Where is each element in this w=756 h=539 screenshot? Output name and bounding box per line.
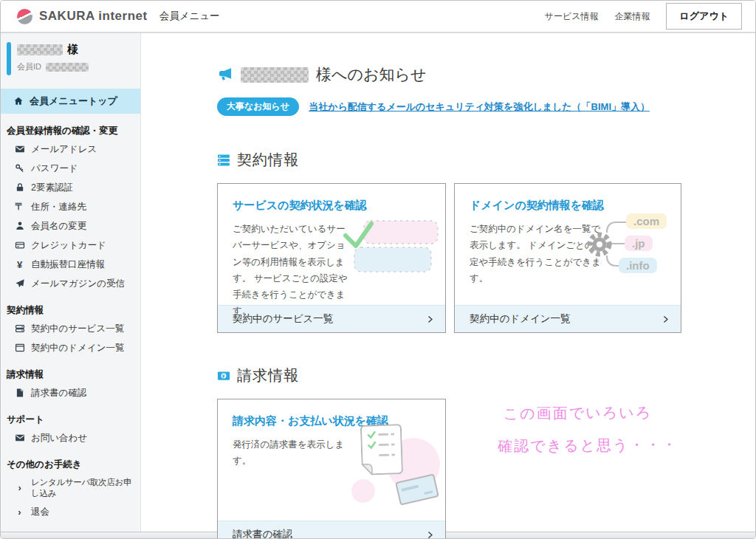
notice-user-name-redacted [241, 67, 309, 83]
sidebar-item-password[interactable]: パスワード [1, 159, 140, 178]
sidebar-item-member-menu-top[interactable]: 会員メニュートップ [1, 89, 140, 114]
paper-plane-icon [14, 278, 25, 289]
banknote-icon: ¥ [217, 369, 230, 382]
header: SAKURA internet 会員メニュー サービス情報 企業情報 ログアウト [1, 1, 755, 33]
section-heading-label: 請求情報 [237, 365, 299, 385]
lock-icon [14, 182, 25, 193]
service-illustration [323, 212, 441, 282]
domain-tag-com: .com [626, 213, 667, 229]
accent-bar [7, 42, 11, 75]
mail-icon [14, 433, 25, 444]
billing-section-heading: ¥ 請求情報 [217, 365, 755, 385]
sidebar-section-title: 請求情報 [1, 357, 140, 383]
sidebar-item-withdraw[interactable]: › 退会 [1, 502, 140, 521]
sidebar-item-address[interactable]: 〒 住所・連絡先 [1, 197, 140, 216]
invoice-icon [14, 388, 25, 399]
invoice-check-link[interactable]: 請求書の確認 [218, 521, 445, 539]
chevron-right-icon [425, 530, 435, 539]
home-icon [13, 96, 24, 107]
sidebar-item-domain-list[interactable]: 契約中のドメイン一覧 [1, 338, 140, 357]
sidebar-item-label: パスワード [31, 162, 78, 175]
notice-title: 様へのお知らせ [217, 64, 755, 85]
card-title: サービスの契約状況を確認 [233, 199, 430, 213]
person-icon [14, 221, 25, 232]
sidebar-item-reseller-apply[interactable]: › レンタルサーバ取次店お申し込み [1, 473, 140, 502]
handwritten-annotation: この画面でいろいろ 確認できると思う・・・ [498, 402, 678, 456]
user-name-suffix: 様 [67, 43, 78, 57]
sidebar-item-auto-transfer[interactable]: ¥ 自動振替口座情報 [1, 255, 140, 274]
sidebar-item-invoice-check[interactable]: 請求書の確認 [1, 383, 140, 402]
invoice-document-icon [360, 424, 403, 478]
chevron-right-icon: › [14, 507, 25, 518]
window-icon [14, 343, 25, 354]
domain-list-link[interactable]: 契約中のドメイン一覧 [455, 305, 681, 332]
app-window: SAKURA internet 会員メニュー サービス情報 企業情報 ログアウト… [0, 0, 756, 539]
postal-mark-icon: 〒 [14, 202, 25, 213]
sidebar-item-label: 契約中のドメイン一覧 [31, 342, 124, 354]
header-nav: サービス情報 企業情報 ログアウト [545, 3, 742, 30]
card-body-text: 発行済の請求書を表示します。 [233, 436, 354, 470]
sidebar-item-label: レンタルサーバ取次店お申し込み [31, 477, 136, 499]
sidebar-item-label: お問い合わせ [31, 432, 87, 444]
sidebar-item-mail-address[interactable]: メールアドレス [1, 140, 140, 159]
mail-icon [14, 144, 25, 155]
content: 様 会員ID 会員メニュートップ 会員登録情報の確認・変更 メールアドレス [1, 33, 755, 532]
server-stack-icon [217, 154, 230, 167]
sidebar-item-label: 会員名の変更 [31, 220, 86, 233]
service-contract-card: サービスの契約状況を確認 ご契約いただいているサーバーサービスや、オプション等の… [217, 183, 446, 333]
main-content: 様へのお知らせ 大事なお知らせ 当社から配信するメールのセキュリティ対策を強化し… [141, 33, 755, 532]
sidebar-section-title: その他のお手続き [1, 447, 140, 473]
sidebar: 様 会員ID 会員メニュートップ 会員登録情報の確認・変更 メールアドレス [1, 33, 141, 532]
sidebar-section-title: サポート [1, 402, 140, 428]
sakura-logo-icon [17, 9, 32, 24]
section-heading-label: 契約情報 [237, 150, 299, 170]
domain-tag-info: .info [619, 258, 657, 273]
sidebar-item-label: 住所・連絡先 [31, 201, 86, 213]
nav-service-info-link[interactable]: サービス情報 [545, 10, 599, 23]
megaphone-icon [217, 66, 233, 83]
billing-card: 請求内容・お支払い状況を確認 発行済の請求書を表示します。 [217, 399, 446, 539]
sidebar-item-member-name[interactable]: 会員名の変更 [1, 216, 140, 236]
domain-tag-jp: .jp [625, 236, 653, 251]
user-name-redacted [17, 44, 63, 55]
annotation-line-2: 確認できると思う・・・ [498, 435, 678, 456]
sidebar-item-label: 会員メニュートップ [30, 95, 117, 108]
sidebar-item-label: 2要素認証 [31, 182, 73, 194]
svg-text:¥: ¥ [221, 372, 225, 379]
member-id-redacted [46, 63, 89, 72]
nav-company-info-link[interactable]: 企業情報 [614, 10, 650, 23]
notice-title-text: 様へのお知らせ [316, 64, 426, 85]
contract-section-heading: 契約情報 [217, 150, 755, 170]
notice-row: 大事なお知らせ 当社から配信するメールのセキュリティ対策を強化しました（「BIM… [217, 97, 755, 116]
chevron-right-icon [661, 315, 670, 324]
sidebar-section-title: 会員登録情報の確認・変更 [1, 114, 140, 140]
app-title: 会員メニュー [159, 10, 220, 23]
credit-card-icon [14, 240, 25, 251]
annotation-line-1: この画面でいろいろ [504, 402, 678, 424]
sidebar-section-title: 契約情報 [1, 293, 140, 319]
sidebar-item-service-list[interactable]: 契約中のサービス一覧 [1, 319, 140, 338]
sidebar-item-label: 退会 [31, 506, 49, 518]
sidebar-item-credit-card[interactable]: クレジットカード [1, 236, 140, 255]
sidebar-user-block: 様 会員ID [1, 33, 140, 80]
domain-contract-card: ドメインの契約情報を確認 ご契約中のドメイン名を一覧で表示します。 ドメインごと… [454, 183, 681, 333]
important-notice-badge: 大事なお知らせ [217, 97, 299, 116]
chevron-right-icon [425, 315, 435, 324]
sidebar-item-label: 自動振替口座情報 [31, 258, 105, 271]
sidebar-item-label: クレジットカード [31, 239, 106, 252]
member-id-label: 会員ID [17, 61, 41, 72]
sidebar-item-mail-magazine[interactable]: メールマガジンの受信 [1, 274, 140, 293]
sidebar-item-two-factor[interactable]: 2要素認証 [1, 178, 140, 197]
sidebar-item-label: メールアドレス [31, 143, 97, 156]
sidebar-item-label: メールマガジンの受信 [31, 278, 125, 290]
brand-name: SAKURA internet [39, 9, 148, 24]
sidebar-item-label: 請求書の確認 [31, 387, 86, 399]
yen-icon: ¥ [14, 259, 25, 270]
key-icon [14, 163, 25, 174]
chevron-right-icon: › [14, 482, 25, 493]
notice-link[interactable]: 当社から配信するメールのセキュリティ対策を強化しました（「BIMI」導入） [309, 100, 650, 114]
billing-illustration [354, 420, 443, 518]
logout-button[interactable]: ログアウト [666, 3, 742, 30]
sidebar-item-contact[interactable]: お問い合わせ [1, 428, 140, 447]
sidebar-item-label: 契約中のサービス一覧 [31, 323, 124, 335]
